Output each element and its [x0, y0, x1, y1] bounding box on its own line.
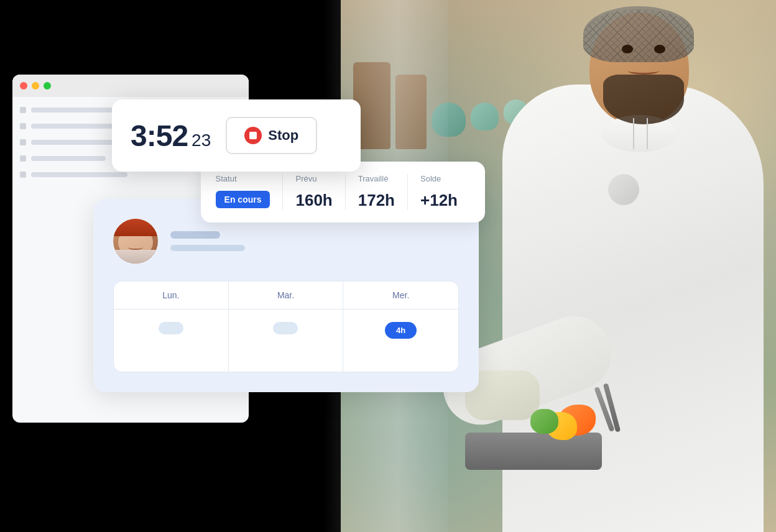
titlebar: [12, 75, 249, 97]
schedule-header: Lun. Mar. Mer.: [114, 282, 458, 310]
status-badge: En cours: [216, 191, 270, 208]
travaille-value: 172h: [358, 191, 395, 210]
schedule-body: 4h: [114, 310, 458, 372]
header-mar: Mar.: [229, 282, 344, 309]
maximize-dot: [44, 82, 51, 89]
schedule-cell-lun: [114, 310, 229, 372]
stop-button[interactable]: Stop: [226, 117, 317, 154]
schedule-grid: Lun. Mar. Mer. 4h: [113, 281, 459, 372]
cell-mar-pill: [273, 322, 298, 334]
solde-value: +12h: [420, 191, 458, 210]
cell-lun-pill: [159, 322, 183, 334]
employee-name-skeleton: [170, 231, 220, 239]
stop-icon-square: [249, 132, 257, 139]
stop-label: Stop: [268, 127, 298, 144]
solde-label: Solde: [420, 174, 458, 183]
stop-icon: [244, 127, 262, 144]
employee-info: [170, 231, 245, 251]
stat-prevu: Prévu 160h: [283, 174, 345, 210]
dashboard-card: Statut En cours Prévu 160h Travaillé 172…: [93, 199, 479, 392]
stat-travaille: Travaillé 172h: [346, 174, 408, 210]
timer-main-value: 3:52: [131, 119, 188, 153]
header-lun: Lun.: [114, 282, 229, 309]
timer-extra-seconds: 23: [192, 131, 211, 150]
employee-avatar: [113, 219, 158, 264]
minimize-dot: [32, 82, 39, 89]
employee-row: [113, 219, 459, 264]
travaille-label: Travaillé: [358, 174, 395, 183]
close-dot: [20, 82, 27, 89]
cell-mer-pill: 4h: [385, 322, 417, 339]
stat-solde: Solde +12h: [408, 174, 470, 210]
schedule-cell-mar: [229, 310, 344, 372]
statut-label: Statut: [216, 174, 270, 183]
employee-role-skeleton: [170, 245, 245, 251]
timer-card: 3:52 23 Stop: [112, 99, 361, 172]
header-mer: Mer.: [343, 282, 458, 309]
prevu-label: Prévu: [295, 174, 332, 183]
schedule-cell-mer: 4h: [343, 310, 458, 372]
timer-display: 3:52 23: [131, 119, 211, 153]
stat-statut: Statut En cours: [216, 174, 284, 210]
prevu-value: 160h: [295, 191, 332, 210]
